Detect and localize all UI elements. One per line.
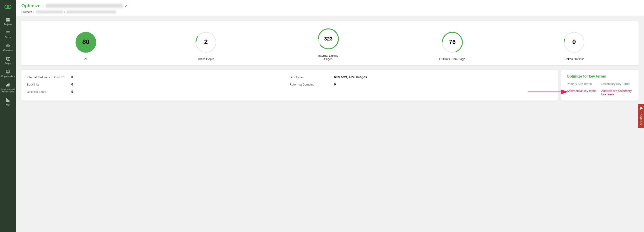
sidebar-item-label: High (6, 103, 10, 106)
svg-text:80: 80 (82, 38, 90, 45)
page-title: Optimize (21, 3, 40, 9)
header-title-row: Optimize - ↗ (21, 3, 638, 9)
breadcrumb: Projects / / (21, 10, 638, 14)
metric-label-linking: Internal Linking Pages (315, 54, 342, 61)
header: Optimize - ↗ Projects / / (16, 0, 644, 16)
metric-circle-outlinks: 76 (441, 31, 464, 55)
sidebar-item-overview[interactable]: Overview (0, 41, 16, 54)
svg-rect-5 (8, 20, 10, 22)
sidebar-item-projects[interactable]: Projects (0, 15, 16, 28)
sidebar-item-label: Pages (5, 62, 11, 65)
sidebar-item-label: Opportunities (1, 75, 14, 78)
svg-rect-6 (6, 31, 10, 32)
label-link-types: Link Types (290, 75, 330, 79)
metric-circle-ias: 80 (74, 31, 97, 55)
svg-rect-18 (8, 83, 9, 86)
metric-crawl-depth: 2 Crawl Depth (194, 31, 217, 61)
key-terms-actions: Add/remove key terms Add/remove secondar… (567, 89, 633, 96)
logo[interactable] (4, 2, 12, 11)
list-icon (6, 30, 10, 35)
page-url (46, 4, 123, 8)
svg-rect-21 (7, 99, 8, 102)
svg-rect-4 (6, 20, 8, 22)
breadcrumb-sep1: / (34, 10, 34, 14)
eye-icon (6, 43, 10, 48)
metrics-card: 80 IAS 2 Crawl Depth (21, 21, 638, 65)
key-terms-title: Optimize for key terms (567, 74, 633, 78)
feedback-label: Feedback (639, 112, 643, 126)
metric-ias: 80 IAS (74, 31, 97, 61)
svg-point-15 (8, 71, 8, 72)
svg-rect-23 (10, 100, 10, 102)
metric-internal-linking: 323 Internal Linking Pages (315, 28, 342, 61)
primary-key-terms-header: Primary Key Terms (567, 82, 598, 85)
secondary-key-terms-header: Secondary Key Terms (601, 82, 633, 85)
metric-outlinks: 76 Outlinks From Page (439, 31, 465, 61)
details-row-redirects: Internal Redirects to this URL 0 (27, 75, 290, 79)
label-redirects: Internal Redirects to this URL (27, 75, 68, 79)
svg-rect-3 (8, 18, 10, 20)
svg-rect-20 (6, 98, 7, 102)
svg-rect-8 (6, 34, 10, 34)
metric-circle-crawl: 2 (194, 31, 217, 55)
svg-point-1 (8, 5, 11, 9)
svg-text:76: 76 (449, 38, 456, 45)
details-grid: Internal Redirects to this URL 0 Backlin… (27, 75, 552, 93)
details-row-backlink-score: Backlink Score 0 (27, 90, 290, 93)
grid-icon (6, 17, 10, 22)
svg-rect-2 (6, 18, 8, 20)
svg-rect-19 (10, 83, 10, 87)
title-dash: - (42, 3, 44, 9)
svg-text:0: 0 (572, 38, 576, 45)
pages-icon (6, 56, 10, 61)
value-backlinks: 0 (71, 83, 73, 86)
svg-rect-7 (6, 33, 10, 33)
breadcrumb-url (66, 11, 116, 14)
breadcrumb-projects[interactable]: Projects (21, 10, 32, 14)
sidebar-item-low-incoming[interactable]: Low Incoming / High Outgoing (0, 80, 16, 95)
sidebar-item-label: Low Incoming / High Outgoing (1, 88, 15, 93)
svg-rect-22 (8, 100, 9, 102)
feedback-tab[interactable]: 💬 Feedback (638, 104, 644, 128)
bar-up-icon (6, 97, 10, 102)
metric-label-broken: Broken Outlinks (564, 57, 584, 61)
details-right-col: Link Types 60% text, 40% images Referrin… (290, 75, 552, 93)
sidebar-item-high[interactable]: High (0, 95, 16, 108)
external-link-icon[interactable]: ↗ (125, 4, 128, 8)
add-remove-primary-key-terms[interactable]: Add/remove key terms (567, 89, 598, 92)
details-row-referring-domains: Referring Domains 0 (290, 83, 552, 86)
metric-label-crawl: Crawl Depth (198, 57, 214, 61)
metric-label-outlinks: Outlinks From Page (439, 57, 465, 61)
metric-circle-linking: 323 (317, 28, 340, 51)
value-referring-domains: 0 (334, 83, 336, 86)
svg-rect-17 (7, 84, 8, 86)
sidebar-item-pages[interactable]: Pages (0, 54, 16, 67)
svg-text:323: 323 (324, 36, 332, 42)
sidebar-item-opportunities[interactable]: Opportunities (0, 67, 16, 80)
sidebar-item-label: Projects (4, 23, 12, 26)
key-terms-headers: Primary Key Terms Secondary Key Terms (567, 82, 633, 85)
key-terms-panel: Optimize for key terms Primary Key Terms… (561, 70, 638, 100)
details-row-link-types: Link Types 60% text, 40% images (290, 75, 552, 79)
label-backlink-score: Backlink Score (27, 90, 68, 93)
target-icon (6, 69, 10, 74)
sidebar-item-label: Overview (3, 49, 13, 52)
sidebar: Projects Tasks Overview Pages Opportunit… (0, 0, 16, 232)
svg-rect-16 (6, 85, 7, 87)
svg-text:2: 2 (204, 38, 208, 45)
svg-point-10 (8, 45, 9, 46)
breadcrumb-project-name (36, 11, 63, 14)
add-remove-secondary-key-terms[interactable]: Add/remove secondary key terms (601, 89, 633, 96)
sidebar-item-tasks[interactable]: Tasks (0, 28, 16, 41)
value-link-types: 60% text, 40% images (334, 75, 367, 79)
bar-down-icon (6, 82, 10, 87)
content-area: 80 IAS 2 Crawl Depth (16, 16, 644, 232)
label-referring-domains: Referring Domains (290, 83, 330, 86)
details-row-backlinks: Backlinks 0 (27, 83, 290, 86)
details-card: Internal Redirects to this URL 0 Backlin… (21, 70, 558, 100)
details-left-col: Internal Redirects to this URL 0 Backlin… (27, 75, 290, 93)
main-content: Optimize - ↗ Projects / / 80 (16, 0, 644, 232)
value-backlink-score: 0 (71, 90, 73, 93)
metric-broken-outlinks: 0 Broken Outlinks (563, 31, 586, 61)
value-redirects: 0 (71, 75, 73, 79)
